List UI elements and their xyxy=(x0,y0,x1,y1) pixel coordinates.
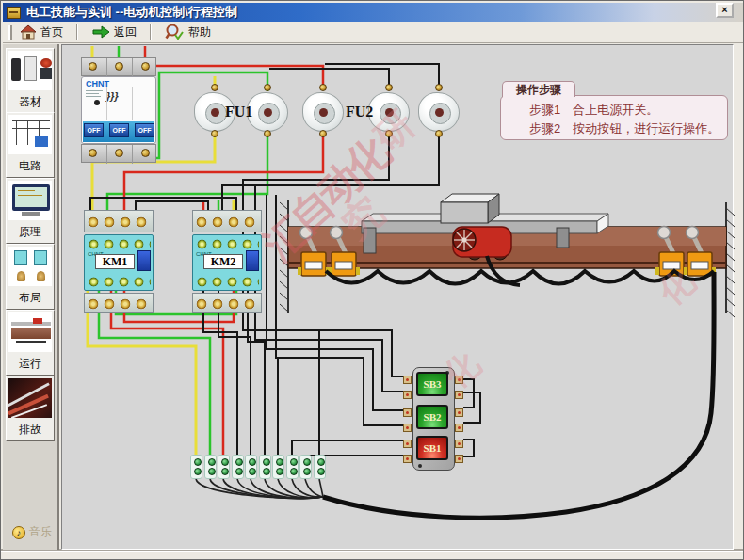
equipment-icon xyxy=(8,51,52,90)
music-toggle[interactable]: ♪ 音乐 xyxy=(12,524,52,540)
window-title: 电工技能与实训 --电动机控制\行程控制 xyxy=(26,4,237,21)
fuse-screw xyxy=(435,130,443,137)
back-arrow-icon xyxy=(91,25,110,39)
home-icon xyxy=(20,24,37,40)
km1-button xyxy=(137,250,151,271)
sidebar-item-principle[interactable]: 原理 xyxy=(6,178,55,244)
fuse-3 xyxy=(302,92,344,132)
button-terminal xyxy=(403,391,412,399)
fuse-4 xyxy=(368,92,410,132)
panel-screw xyxy=(418,464,422,468)
help-label: 帮助 xyxy=(188,24,211,40)
sidebar-item-equipment[interactable]: 器材 xyxy=(6,48,55,114)
right-margin xyxy=(734,44,743,550)
terminal xyxy=(204,455,217,479)
terminal xyxy=(218,455,230,479)
step-line-2: 步骤2 按动按钮，进行运行操作。 xyxy=(529,120,727,138)
button-terminal xyxy=(455,455,463,463)
sidebar-item-label: 布局 xyxy=(7,288,54,309)
sb3-button[interactable]: SB3 xyxy=(416,372,448,396)
sidebar-item-run[interactable]: 运行 xyxy=(6,310,55,376)
button-terminal xyxy=(455,440,463,448)
breaker-screw xyxy=(141,149,150,157)
status-bar xyxy=(1,551,744,560)
troubleshoot-icon xyxy=(8,378,52,418)
layout-icon xyxy=(8,247,52,286)
breaker-screw xyxy=(89,62,97,71)
help-magnifier-icon xyxy=(165,24,185,40)
breaker-screw xyxy=(89,149,97,157)
km1-bottom-terminal-block xyxy=(84,293,154,313)
breaker-toggle-1[interactable]: OFF xyxy=(84,123,104,137)
sidebar-item-circuit[interactable]: 电路 xyxy=(6,112,55,178)
music-label: 音乐 xyxy=(29,524,52,540)
fuse-screw xyxy=(264,130,271,137)
button-terminal xyxy=(403,424,412,432)
breaker-toggle-3[interactable]: OFF xyxy=(135,123,154,137)
fuse-screw xyxy=(435,84,443,91)
home-label: 首页 xyxy=(40,24,63,40)
contactor-km2: CHNT KM2 xyxy=(192,234,262,291)
button-terminal xyxy=(403,455,412,463)
fuse-screw xyxy=(385,130,393,137)
fuse-group2-label: FU2 xyxy=(346,104,373,120)
steps-panel-tab: 操作步骤 xyxy=(502,81,575,97)
button-terminal xyxy=(455,408,463,417)
fuse-screw xyxy=(319,84,327,91)
breaker-screw xyxy=(115,149,123,157)
terminal xyxy=(232,455,244,479)
sidebar-item-label: 原理 xyxy=(7,222,54,243)
contactor-km1: CHNT KM1 xyxy=(84,234,154,291)
km1-label: KM1 xyxy=(95,254,135,269)
sidebar-item-troubleshoot[interactable]: 排故 xyxy=(6,376,55,441)
terminal xyxy=(245,455,257,479)
terminal xyxy=(299,455,312,479)
sidebar-item-label: 运行 xyxy=(7,354,54,375)
terminal xyxy=(259,455,271,479)
km2-bottom-terminal-block xyxy=(192,293,262,313)
app-icon xyxy=(7,7,21,19)
km2-label: KM2 xyxy=(203,254,243,269)
breaker-screw xyxy=(115,62,123,71)
toolbar: 首页 返回 帮助 xyxy=(3,22,743,43)
fuse-2 xyxy=(247,92,288,132)
sb1-button[interactable]: SB1 xyxy=(416,436,448,460)
sidebar-item-label: 排故 xyxy=(7,420,54,440)
close-button[interactable]: × xyxy=(716,3,734,18)
toolbar-separator xyxy=(150,24,152,40)
steps-panel: 步骤1 合上电源开关。 步骤2 按动按钮，进行运行操作。 xyxy=(500,95,728,140)
sidebar-item-layout[interactable]: 布局 xyxy=(6,244,55,310)
back-button[interactable]: 返回 xyxy=(84,23,144,42)
km1-top-terminal-block xyxy=(84,210,154,232)
breaker-screw xyxy=(141,62,150,71)
fuse-5 xyxy=(418,92,460,132)
terminal xyxy=(190,455,202,479)
fuse-group1-label: FU1 xyxy=(225,104,252,120)
breaker-toggle-2[interactable]: OFF xyxy=(109,123,129,137)
sb2-button[interactable]: SB2 xyxy=(416,405,448,429)
music-note-icon: ♪ xyxy=(12,526,25,539)
sidebar-item-label: 器材 xyxy=(7,92,54,113)
home-button[interactable]: 首页 xyxy=(12,23,71,42)
button-terminal xyxy=(455,391,463,399)
circuit-icon xyxy=(8,115,52,154)
km2-button xyxy=(246,250,259,271)
fuse-screw xyxy=(211,84,218,91)
principle-icon xyxy=(8,181,52,220)
button-terminal xyxy=(403,376,412,384)
title-bar: 电工技能与实训 --电动机控制\行程控制 xyxy=(3,3,743,22)
button-terminal xyxy=(455,376,463,384)
terminal xyxy=(314,455,326,479)
fuse-screw xyxy=(264,84,271,91)
button-terminal xyxy=(403,440,412,448)
fuse-screw xyxy=(385,84,393,91)
button-terminal xyxy=(455,424,463,432)
breaker-test-dot xyxy=(94,100,100,105)
terminal xyxy=(286,455,299,479)
help-button[interactable]: 帮助 xyxy=(157,22,218,42)
back-label: 返回 xyxy=(114,24,137,40)
fuse-screw xyxy=(319,130,327,137)
sidebar: 器材 电路 原理 xyxy=(3,44,59,550)
terminal xyxy=(272,455,284,479)
toolbar-separator xyxy=(76,24,78,40)
